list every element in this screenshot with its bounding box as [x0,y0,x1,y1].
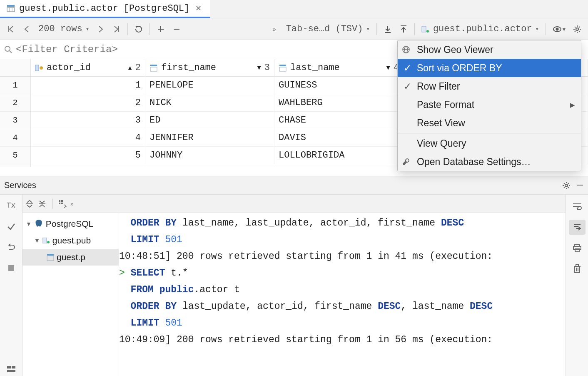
svg-rect-20 [35,65,39,71]
tab-title: guest.public.actor [PostgreSQL] [19,3,189,14]
menu-item-show-geo-viewer[interactable]: Show Geo Viewer [398,40,581,59]
reload-button[interactable] [131,22,146,37]
trash-icon[interactable] [569,261,586,276]
format-dropdown[interactable]: Tab-se…d (TSV) ▾ [283,22,373,37]
svg-rect-25 [279,65,286,66]
svg-rect-38 [61,203,63,204]
soft-wrap-icon[interactable] [569,199,586,214]
column-header-actor-id[interactable]: actor_id ▴2 [31,59,145,76]
column-header-last-name[interactable]: last_name ▾4 [274,59,404,76]
svg-rect-1 [7,8,15,12]
datasource-dropdown[interactable]: guest.public.actor ▾ [418,22,542,37]
remove-row-button[interactable] [169,22,184,37]
menu-item-sort-via-order-by[interactable]: ✓ Sort via ORDER BY [398,59,581,77]
svg-point-27 [565,184,568,187]
filter-input[interactable] [16,44,349,55]
close-icon[interactable]: ✕ [194,4,203,13]
sort-desc-icon: ▾ [386,62,391,73]
tab-active[interactable]: guest.public.actor [PostgreSQL] ✕ [0,0,210,18]
menu-item-reset-view[interactable]: Reset View [398,114,581,132]
svg-rect-23 [150,65,157,66]
main-toolbar: 200 rows ▾ » Tab-se…d (TSV) ▾ guest.publ… [0,18,588,40]
group-icon[interactable] [59,200,67,208]
tx-label[interactable]: Tx [5,199,18,212]
svg-rect-13 [422,26,426,32]
add-row-button[interactable] [153,22,168,37]
chevron-down-icon: ▼ [26,221,32,227]
gear-icon[interactable] [562,181,571,190]
last-page-button[interactable] [109,22,124,37]
svg-line-19 [10,51,12,53]
column-header-first-name[interactable]: first_name ▾3 [145,59,274,76]
svg-rect-41 [47,254,54,256]
first-page-button[interactable] [3,22,18,37]
stop-icon[interactable] [5,261,18,275]
svg-rect-54 [576,265,578,266]
svg-rect-26 [279,67,286,71]
sort-asc-icon: ▴ [127,62,133,73]
svg-point-17 [576,28,578,30]
commit-icon[interactable] [5,220,18,233]
svg-rect-37 [59,203,60,204]
svg-rect-22 [40,68,43,68]
svg-point-14 [426,30,429,33]
overflow-icon[interactable]: » [70,201,74,207]
menu-item-paste-format[interactable]: Paste Format ▸ [398,95,581,114]
services-header: Services [0,176,588,195]
row-number[interactable]: 4 [0,129,30,147]
svg-point-40 [47,241,50,243]
upload-button[interactable] [396,22,411,37]
check-icon: ✓ [402,81,413,92]
collapse-all-icon[interactable] [37,200,47,208]
menu-item-open-db-settings[interactable]: Open Database Settings… [398,153,581,171]
sort-desc-icon: ▾ [257,62,262,73]
row-number[interactable]: 2 [0,94,30,112]
menu-item-row-filter[interactable]: ✓ Row Filter [398,77,581,95]
prev-page-button[interactable] [19,22,34,37]
view-mode-button[interactable]: ▾ [549,22,569,37]
download-button[interactable] [380,22,395,37]
datasource-icon [42,238,50,243]
services-tree[interactable]: ▼ PostgreSQL ▼ guest.pub guest.p [22,213,119,376]
column-icon [149,64,158,72]
tree-connection[interactable]: ▼ guest.pub [22,232,119,249]
svg-rect-42 [47,256,54,261]
layout-icon[interactable] [5,363,18,376]
row-number[interactable]: 5 [0,147,30,164]
chevron-down-icon: ▾ [86,25,89,33]
svg-point-18 [5,46,10,51]
svg-rect-24 [150,67,157,71]
svg-rect-36 [61,200,63,202]
chevron-down-icon: ▼ [34,237,40,244]
tree-table[interactable]: guest.p [22,249,119,266]
table-icon [47,253,54,261]
row-number[interactable]: 3 [0,112,30,129]
pk-column-icon [35,64,43,72]
svg-rect-35 [59,200,60,202]
rollback-icon[interactable] [5,241,18,254]
check-icon: ✓ [402,63,413,74]
separator [127,23,128,35]
chevron-down-icon: ▾ [366,25,369,33]
row-number[interactable]: 1 [0,77,30,94]
svg-rect-0 [7,5,15,7]
next-page-button[interactable] [93,22,108,37]
rows-dropdown[interactable]: 200 rows ▾ [35,22,92,37]
tree-root[interactable]: ▼ PostgreSQL [22,216,119,232]
rows-label: 200 rows [38,24,82,34]
datasource-icon [421,26,430,33]
scroll-to-end-icon[interactable] [569,220,586,235]
expand-all-icon[interactable] [25,200,34,208]
console-output[interactable]: ORDER BY last_name, last_update, actor_i… [119,213,566,376]
submenu-arrow-icon: ▸ [570,99,575,110]
overflow-button[interactable]: » [267,22,282,37]
minimize-icon[interactable] [576,181,584,190]
settings-button[interactable] [570,22,585,37]
print-icon[interactable] [569,241,586,256]
datasource-label: guest.public.actor [433,24,532,34]
format-label: Tab-se…d (TSV) [286,24,363,34]
menu-item-view-query[interactable]: View Query [398,134,581,153]
svg-rect-51 [575,266,580,273]
menu-separator [398,133,581,133]
svg-rect-31 [12,366,15,368]
